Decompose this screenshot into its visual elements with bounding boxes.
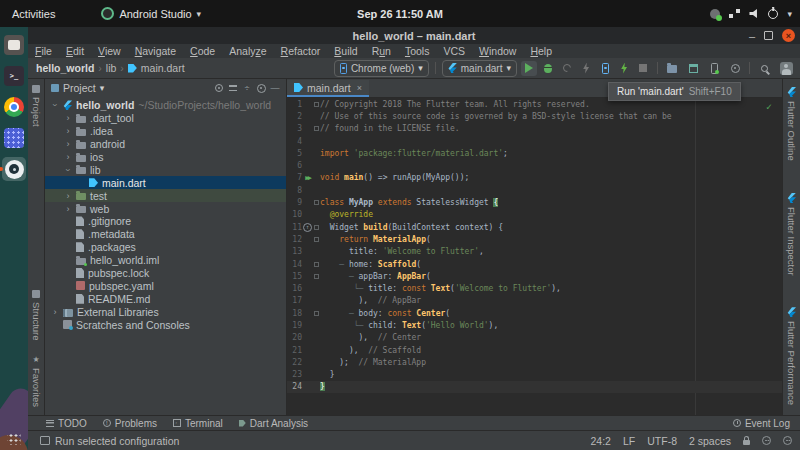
layout-inspector-button[interactable]	[685, 61, 701, 76]
code-line-17[interactable]: 17 ), // AppBar	[287, 295, 782, 307]
menu-run[interactable]: Run	[372, 45, 391, 57]
profile-button[interactable]	[559, 61, 575, 76]
menu-window[interactable]: Window	[479, 45, 516, 57]
code-line-5[interactable]: 5import 'package:flutter/material.dart';	[287, 147, 782, 159]
close-button[interactable]: ×	[782, 29, 795, 42]
tree-row-main.dart[interactable]: main.dart	[45, 176, 286, 189]
tree-row-.packages[interactable]: .packages	[45, 241, 286, 254]
debug-button[interactable]	[540, 61, 556, 76]
chevron-icon[interactable]: ›	[64, 204, 72, 214]
override-gutter-icon[interactable]: ↑	[302, 223, 313, 232]
code-line-23[interactable]: 23 }	[287, 369, 782, 381]
tree-row-android[interactable]: ›android	[45, 138, 286, 151]
device-selector[interactable]: Chrome (web) ▾	[334, 60, 429, 77]
tool-strip-tab-flutter-outline[interactable]: Flutter Outline	[786, 87, 797, 161]
menu-analyze[interactable]: Analyze	[229, 45, 266, 57]
fold-icon[interactable]	[313, 260, 320, 269]
menu-navigate[interactable]: Navigate	[135, 45, 176, 57]
code-line-22[interactable]: 22 ); // MaterialApp	[287, 356, 782, 368]
dock-item-android-studio[interactable]	[2, 157, 26, 181]
settings-icon[interactable]	[257, 84, 266, 93]
fold-icon[interactable]	[313, 223, 320, 232]
dock-item-software[interactable]	[2, 126, 26, 150]
code-line-2[interactable]: 2// Use of this source code is governed …	[287, 110, 782, 122]
chevron-down-icon[interactable]: ▾	[100, 83, 105, 93]
breadcrumb-item-lib[interactable]: lib	[106, 62, 117, 74]
attach-debugger-button[interactable]	[578, 61, 594, 76]
device-manager-button[interactable]	[706, 61, 722, 76]
device-file-explorer-button[interactable]	[664, 61, 680, 76]
show-applications-button[interactable]	[8, 432, 21, 445]
code-line-21[interactable]: 21 ), // Scaffold	[287, 344, 782, 356]
tree-row-.metadata[interactable]: .metadata	[45, 228, 286, 241]
tree-row-pubspec.lock[interactable]: pubspec.lock	[45, 267, 286, 280]
menu-edit[interactable]: Edit	[66, 45, 84, 57]
analysis-status-icon[interactable]	[762, 436, 771, 445]
fold-icon[interactable]	[313, 124, 320, 133]
menu-code[interactable]: Code	[190, 45, 215, 57]
code-line-3[interactable]: 3// found in the LICENSE file.	[287, 123, 782, 135]
tree-row-.idea[interactable]: ›.idea	[45, 125, 286, 138]
chevron-icon[interactable]: ›	[64, 113, 72, 123]
expand-all-icon[interactable]: ÷	[242, 83, 252, 93]
tree-row-External-Libraries[interactable]: ›External Libraries	[45, 305, 286, 318]
tool-window-button-terminal[interactable]: ›Terminal	[173, 418, 223, 429]
menu-vcs[interactable]: VCS	[443, 45, 465, 57]
fold-icon[interactable]	[313, 272, 320, 281]
code-line-4[interactable]: 4	[287, 135, 782, 147]
code-line-24[interactable]: 24}	[287, 381, 782, 393]
chevron-icon[interactable]: ›	[50, 101, 60, 109]
code-line-11[interactable]: 11↑ Widget build(BuildContext context) {	[287, 221, 782, 233]
menu-tools[interactable]: Tools	[405, 45, 430, 57]
chevron-icon[interactable]: ›	[64, 139, 72, 149]
menu-refactor[interactable]: Refactor	[281, 45, 321, 57]
tool-strip-tab-project[interactable]: Project	[31, 85, 42, 127]
menu-build[interactable]: Build	[334, 45, 357, 57]
project-panel-title[interactable]: Project	[63, 82, 96, 94]
breadcrumb-item-main.dart[interactable]: main.dart	[141, 62, 185, 74]
breadcrumb-item-hello_world[interactable]: hello_world	[36, 62, 94, 74]
fold-icon[interactable]	[313, 100, 320, 109]
chevron-icon[interactable]: ›	[64, 152, 72, 162]
tree-row-web[interactable]: ›web	[45, 202, 286, 215]
code-line-8[interactable]: 8	[287, 184, 782, 196]
tool-window-button-todo[interactable]: TODO	[46, 418, 87, 429]
tree-row-.gitignore[interactable]: .gitignore	[45, 215, 286, 228]
tab-main-dart[interactable]: main.dart ×	[287, 80, 369, 97]
code-line-12[interactable]: 12 return MaterialApp(	[287, 233, 782, 245]
menu-view[interactable]: View	[98, 45, 121, 57]
search-everywhere-button[interactable]	[756, 61, 772, 76]
code-line-19[interactable]: 19 └─ child: Text('Hello World'),	[287, 319, 782, 331]
chevron-icon[interactable]: ›	[64, 191, 72, 201]
minimize-button[interactable]: –	[749, 32, 755, 40]
close-icon[interactable]: ×	[357, 83, 362, 93]
collapse-all-icon[interactable]	[229, 84, 237, 92]
run-button[interactable]	[521, 61, 537, 76]
notifications-icon[interactable]	[783, 436, 792, 445]
tree-row-pubspec.yaml[interactable]: pubspec.yaml	[45, 279, 286, 292]
caret-position[interactable]: 24:2	[591, 435, 611, 447]
code-line-18[interactable]: 18 ─ body: const Center(	[287, 307, 782, 319]
run-gutter-icon[interactable]: ▶▶	[302, 174, 313, 182]
window-titlebar[interactable]: hello_world – main.dart – ×	[28, 27, 800, 44]
code-line-6[interactable]: 6	[287, 159, 782, 171]
tool-window-button-problems[interactable]: !Problems	[103, 418, 157, 429]
app-menu[interactable]: Android Studio ▾	[101, 7, 201, 20]
menu-help[interactable]: Help	[530, 45, 552, 57]
tool-strip-tab-flutter-performance[interactable]: Flutter Performance	[786, 307, 797, 405]
code-area[interactable]: ✓ 1// Copyright 2018 The Flutter team. A…	[287, 98, 782, 415]
fold-icon[interactable]	[313, 309, 320, 318]
tree-row-ios[interactable]: ›ios	[45, 151, 286, 164]
chevron-icon[interactable]: ›	[51, 307, 59, 317]
chevron-icon[interactable]: ›	[64, 126, 72, 136]
indent-indicator[interactable]: 2 spaces	[689, 435, 731, 447]
system-tray[interactable]: ▾	[710, 0, 792, 27]
tree-row-README.md[interactable]: README.md	[45, 292, 286, 305]
code-line-14[interactable]: 14 ─ home: Scaffold(	[287, 258, 782, 270]
run-config-selector[interactable]: main.dart ▾	[442, 60, 517, 77]
tool-strip-tab-structure[interactable]: Structure	[31, 290, 42, 341]
tree-row-test[interactable]: ›test	[45, 189, 286, 202]
tree-row-.dart_tool[interactable]: ›.dart_tool	[45, 112, 286, 125]
dock-item-terminal[interactable]: >_	[2, 64, 26, 88]
hide-icon[interactable]: —	[270, 83, 280, 93]
